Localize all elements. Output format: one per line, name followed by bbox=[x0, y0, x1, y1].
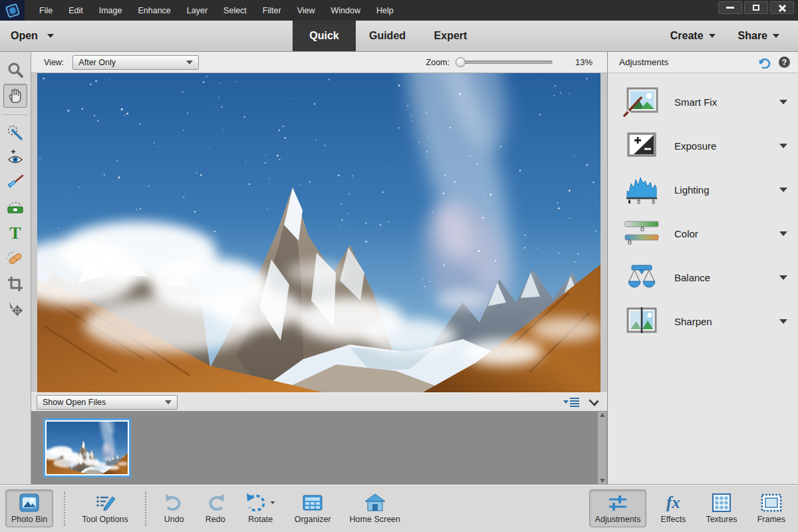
type-tool[interactable]: T bbox=[3, 221, 27, 245]
effects-tab-button[interactable]: fx Effects bbox=[654, 489, 692, 527]
open-photo bbox=[37, 73, 600, 392]
adjustment-smart-fix[interactable]: Smart Fix bbox=[608, 80, 798, 124]
hand-tool[interactable] bbox=[3, 84, 27, 108]
maximize-button[interactable] bbox=[744, 1, 768, 14]
menu-edit[interactable]: Edit bbox=[62, 3, 90, 18]
smart-fix-expand-icon[interactable] bbox=[779, 100, 787, 104]
quick-selection-tool[interactable] bbox=[3, 120, 27, 144]
bin-dropdown-caret-icon bbox=[165, 400, 172, 404]
balance-expand-icon[interactable] bbox=[779, 275, 787, 280]
menu-enhance[interactable]: Enhance bbox=[131, 3, 177, 18]
app-logo-icon bbox=[0, 0, 25, 21]
scroll-up-icon[interactable] bbox=[600, 413, 605, 417]
adjustment-label: Balance bbox=[674, 272, 710, 283]
adjustment-exposure[interactable]: Exposure bbox=[608, 124, 798, 168]
move-tool[interactable] bbox=[3, 297, 27, 321]
mode-bar: Open Quick Guided Expert Create Share bbox=[0, 21, 798, 52]
adjustment-lighting[interactable]: Lighting bbox=[608, 168, 798, 211]
adjustments-panel-header: Adjustments ? bbox=[608, 52, 798, 73]
rotate-button[interactable]: Rotate bbox=[239, 489, 282, 527]
close-button[interactable] bbox=[770, 1, 794, 14]
photo-bin-button[interactable]: Photo Bin bbox=[5, 489, 53, 527]
share-button[interactable]: Share bbox=[738, 30, 779, 42]
zoom-slider-handle[interactable] bbox=[456, 57, 466, 67]
open-button[interactable]: Open bbox=[11, 30, 38, 42]
bandage-icon bbox=[7, 250, 24, 267]
exposure-expand-icon[interactable] bbox=[779, 144, 787, 148]
open-dropdown-caret-icon[interactable] bbox=[47, 34, 54, 38]
tool-options-icon bbox=[94, 493, 116, 513]
menu-view[interactable]: View bbox=[291, 3, 322, 18]
scroll-down-icon[interactable] bbox=[600, 479, 605, 483]
toolbar-separator bbox=[2, 114, 29, 115]
textures-icon bbox=[710, 493, 733, 513]
photo-bin bbox=[31, 412, 607, 484]
sharpen-icon bbox=[622, 305, 661, 338]
bin-collapse-chevron-icon[interactable] bbox=[589, 396, 598, 406]
red-eye-icon bbox=[7, 149, 24, 166]
tab-guided[interactable]: Guided bbox=[356, 21, 419, 51]
undo-button[interactable]: Undo bbox=[157, 489, 192, 527]
view-dropdown-caret-icon bbox=[186, 61, 193, 65]
photo-thumbnail[interactable] bbox=[43, 418, 131, 477]
adjustments-panel: Adjustments ? Smart Fix Exposure bbox=[607, 52, 798, 484]
frames-tab-button[interactable]: Frames bbox=[751, 489, 791, 527]
adjustment-label: Smart Fix bbox=[674, 96, 717, 108]
create-caret-icon bbox=[709, 34, 716, 38]
straighten-tool[interactable] bbox=[3, 196, 27, 220]
adjustment-color[interactable]: Color bbox=[608, 211, 798, 255]
spot-healing-tool[interactable] bbox=[3, 247, 27, 271]
tool-options-button[interactable]: Tool Options bbox=[76, 489, 134, 527]
adjustment-label: Sharpen bbox=[674, 316, 712, 327]
tab-expert[interactable]: Expert bbox=[419, 21, 482, 51]
image-canvas[interactable] bbox=[31, 73, 607, 392]
organizer-icon bbox=[301, 493, 324, 513]
reset-icon[interactable] bbox=[757, 57, 772, 68]
zoom-label: Zoom: bbox=[426, 58, 450, 67]
adjustment-label: Color bbox=[674, 228, 698, 239]
whiten-teeth-tool[interactable] bbox=[3, 171, 27, 195]
menu-image[interactable]: Image bbox=[92, 3, 129, 18]
organizer-button[interactable]: Organizer bbox=[289, 489, 337, 527]
taskbar: Photo Bin Tool Options Undo Redo bbox=[0, 484, 798, 532]
home-icon bbox=[364, 493, 386, 513]
view-label: View: bbox=[44, 58, 64, 67]
panel-title: Adjustments bbox=[619, 57, 668, 67]
photo-bin-scrollbar[interactable] bbox=[597, 412, 606, 484]
adjustment-balance[interactable]: Balance bbox=[608, 255, 798, 299]
rotate-dropdown-caret-icon[interactable] bbox=[270, 501, 275, 504]
exposure-icon bbox=[622, 129, 661, 162]
view-mode-dropdown[interactable]: After Only bbox=[72, 55, 199, 70]
color-expand-icon[interactable] bbox=[779, 231, 787, 236]
adjustments-tab-button[interactable]: Adjustments bbox=[589, 489, 647, 527]
menu-bar: File Edit Image Enhance Layer Select Fil… bbox=[0, 0, 798, 21]
magnifier-icon bbox=[7, 62, 24, 79]
menu-layer[interactable]: Layer bbox=[180, 3, 214, 18]
zoom-tool[interactable] bbox=[3, 59, 27, 82]
bin-panel-menu-icon[interactable] bbox=[563, 398, 579, 407]
home-screen-button[interactable]: Home Screen bbox=[344, 489, 406, 527]
menu-select[interactable]: Select bbox=[217, 3, 253, 18]
help-icon[interactable]: ? bbox=[779, 57, 790, 68]
crop-icon bbox=[7, 275, 24, 293]
menu-filter[interactable]: Filter bbox=[256, 3, 288, 18]
redo-button[interactable]: Redo bbox=[198, 489, 233, 527]
menu-window[interactable]: Window bbox=[325, 3, 367, 18]
zoom-slider[interactable] bbox=[456, 61, 553, 64]
zoom-value: 13% bbox=[553, 57, 593, 67]
red-eye-removal-tool[interactable] bbox=[3, 146, 27, 170]
adjustment-sharpen[interactable]: Sharpen bbox=[608, 299, 798, 343]
menu-file[interactable]: File bbox=[33, 3, 59, 18]
adjustment-label: Exposure bbox=[674, 140, 716, 152]
lighting-expand-icon[interactable] bbox=[779, 188, 787, 192]
tab-quick[interactable]: Quick bbox=[293, 21, 356, 51]
create-button[interactable]: Create bbox=[670, 30, 716, 42]
crop-tool[interactable] bbox=[3, 272, 27, 296]
sharpen-expand-icon[interactable] bbox=[779, 319, 787, 324]
menu-help[interactable]: Help bbox=[370, 3, 400, 18]
level-icon bbox=[7, 200, 24, 217]
show-open-files-dropdown[interactable]: Show Open Files bbox=[37, 395, 178, 410]
textures-tab-button[interactable]: Textures bbox=[700, 489, 743, 527]
minimize-button[interactable] bbox=[718, 1, 742, 14]
adjustments-icon bbox=[606, 493, 629, 513]
